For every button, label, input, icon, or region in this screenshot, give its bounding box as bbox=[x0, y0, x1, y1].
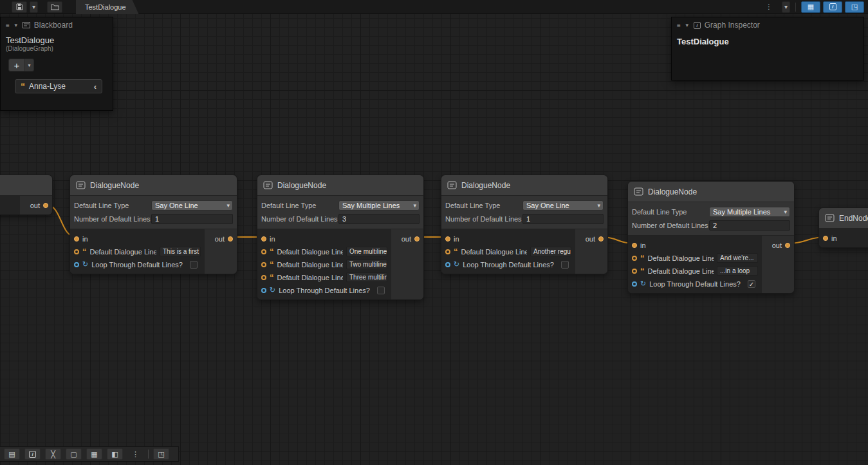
collapse-icon[interactable]: ▼ bbox=[685, 23, 690, 28]
drag-handle-icon[interactable]: ≡ bbox=[677, 22, 681, 29]
chevron-left-icon[interactable]: ‹ bbox=[94, 82, 97, 91]
dialogue-line-port[interactable] bbox=[632, 269, 637, 274]
out-port[interactable] bbox=[598, 236, 604, 242]
loop-port[interactable] bbox=[445, 262, 450, 267]
port-row: “ Default Dialogue Line 2 Two multiline bbox=[261, 259, 387, 270]
end-node[interactable]: EndNode in bbox=[818, 207, 868, 248]
dialogue-line-port[interactable] bbox=[445, 249, 450, 254]
node-output-section: out bbox=[205, 229, 237, 274]
loop-port[interactable] bbox=[261, 288, 266, 293]
blackboard-button[interactable]: ▦ bbox=[86, 448, 102, 460]
out-port[interactable] bbox=[228, 236, 233, 242]
in-port[interactable] bbox=[632, 243, 637, 248]
add-property-caret[interactable]: ▾ bbox=[25, 59, 34, 71]
line-type-dropdown[interactable]: Say One Line bbox=[522, 200, 604, 211]
line-type-dropdown[interactable]: Say Multiple Lines bbox=[338, 200, 420, 211]
dialogue-line-field[interactable]: This is a first bbox=[160, 247, 201, 256]
node-output-section: out bbox=[762, 236, 794, 293]
blackboard-graph-name[interactable]: TestDialogue bbox=[1, 33, 113, 45]
line-type-dropdown[interactable]: Say One Line bbox=[151, 200, 233, 211]
loop-checkbox[interactable] bbox=[561, 261, 569, 269]
port-row: ↻ Loop Through Default Lines? bbox=[445, 259, 571, 270]
dialogue-line-port[interactable] bbox=[261, 249, 266, 254]
node-input-section: kerName bbox=[0, 196, 20, 214]
quote-icon: “ bbox=[640, 268, 645, 274]
dialogue-line-port[interactable] bbox=[261, 262, 266, 267]
node-header[interactable]: Node bbox=[0, 175, 52, 196]
out-port[interactable] bbox=[785, 243, 790, 248]
dialogue-line-field[interactable]: ...in a loop bbox=[717, 266, 758, 276]
loop-label: Loop Through Default Lines? bbox=[279, 287, 370, 294]
dialogue-line-field[interactable]: Another regu bbox=[530, 247, 571, 256]
loop-checkbox[interactable] bbox=[377, 287, 385, 294]
field-value: Another regu bbox=[533, 248, 571, 255]
num-lines-field[interactable]: 1 bbox=[151, 214, 233, 224]
num-lines-field[interactable]: 3 bbox=[338, 214, 420, 224]
graph-canvas[interactable]: Node kerName out DialogueNode Default bbox=[0, 0, 868, 465]
window-button[interactable]: ▢ bbox=[66, 448, 82, 460]
node-header[interactable]: EndNode bbox=[819, 208, 868, 229]
node-input-section: in “ Default Dialogue Line 1 One multili… bbox=[257, 229, 391, 299]
speaker-node[interactable]: Node kerName out bbox=[0, 175, 53, 215]
inspector-toggle-button[interactable]: i bbox=[823, 1, 842, 13]
drag-handle-icon[interactable]: ≡ bbox=[6, 22, 10, 29]
field-value: 1 bbox=[155, 215, 159, 223]
blackboard-property[interactable]: “ Anna-Lyse ‹ bbox=[15, 79, 102, 93]
num-lines-field[interactable]: 1 bbox=[522, 214, 604, 224]
node-header[interactable]: DialogueNode bbox=[441, 175, 607, 196]
dialogue-node[interactable]: DialogueNode Default Line Type Say Multi… bbox=[257, 175, 424, 300]
more-button[interactable]: ⋮ bbox=[127, 448, 143, 460]
loop-checkbox[interactable] bbox=[190, 261, 198, 269]
dialogue-line-field[interactable]: Three multiline bbox=[346, 272, 387, 282]
inspector-button[interactable]: i bbox=[24, 448, 41, 460]
in-port[interactable] bbox=[261, 236, 266, 242]
in-port-label: in bbox=[831, 234, 837, 242]
property-label: Default Line Type bbox=[261, 202, 338, 209]
node-header[interactable]: DialogueNode bbox=[257, 175, 423, 196]
more-options-caret[interactable]: ▾ bbox=[782, 1, 790, 13]
dialogue-node[interactable]: DialogueNode Default Line Type Say One L… bbox=[441, 175, 608, 274]
in-port[interactable] bbox=[823, 236, 828, 241]
in-port-label: in bbox=[454, 235, 459, 243]
in-port[interactable] bbox=[445, 236, 450, 242]
node-header[interactable]: DialogueNode bbox=[628, 182, 794, 202]
dialogue-line-field[interactable]: And we're... bbox=[717, 253, 758, 263]
port-row: “ Default Dialogue Line Another regu bbox=[445, 246, 571, 257]
num-lines-field[interactable]: 2 bbox=[709, 220, 790, 231]
console-button[interactable]: ▤ bbox=[4, 448, 20, 460]
port-row: in bbox=[74, 233, 201, 244]
out-port[interactable] bbox=[414, 236, 420, 242]
dialogue-node[interactable]: DialogueNode Default Line Type Say One L… bbox=[69, 175, 237, 274]
in-port[interactable] bbox=[74, 236, 79, 242]
dialogue-line-port[interactable] bbox=[261, 275, 266, 280]
save-options-caret[interactable]: ▾ bbox=[30, 1, 38, 13]
graph-tab[interactable]: TestDialogue bbox=[76, 0, 139, 14]
dialogue-node[interactable]: DialogueNode Default Line Type Say Multi… bbox=[627, 181, 795, 294]
blackboard-toggle-button[interactable]: ▦ bbox=[801, 1, 820, 13]
tools-button[interactable]: ╳ bbox=[45, 448, 61, 460]
collapse-icon[interactable]: ▼ bbox=[14, 23, 19, 28]
more-options-button[interactable]: ⋮ bbox=[761, 1, 777, 13]
dialogue-line-field[interactable]: Two multiline bbox=[346, 260, 387, 269]
line-type-dropdown[interactable]: Say Multiple Lines bbox=[709, 207, 790, 217]
dialogue-line-port[interactable] bbox=[632, 256, 637, 261]
out-port[interactable] bbox=[43, 203, 48, 208]
graph-tab-label: TestDialogue bbox=[85, 3, 126, 11]
inspector-header[interactable]: ≡ ▼ i Graph Inspector bbox=[672, 17, 863, 33]
blackboard-header[interactable]: ≡ ▼ Blackboard bbox=[1, 17, 113, 33]
minimap-toggle-button[interactable]: ◳ bbox=[845, 1, 864, 13]
save-button[interactable] bbox=[12, 1, 27, 13]
dialogue-toggle-button[interactable]: ◧ bbox=[107, 448, 123, 460]
property-row: Number of Default Lines 2 bbox=[632, 220, 790, 231]
node-properties: Default Line Type Say Multiple Lines Num… bbox=[628, 202, 794, 236]
node-header[interactable]: DialogueNode bbox=[70, 175, 237, 196]
dialogue-line-field[interactable]: One multiline bbox=[346, 247, 387, 256]
port-row: “ Default Dialogue Line 2 ...in a loop bbox=[632, 265, 758, 276]
loop-port[interactable] bbox=[74, 262, 79, 267]
dialogue-line-port[interactable] bbox=[74, 249, 79, 254]
open-folder-button[interactable] bbox=[47, 1, 62, 13]
loop-port[interactable] bbox=[632, 281, 637, 287]
external-window-button[interactable]: ◳ bbox=[153, 448, 169, 460]
loop-checkbox[interactable]: ✓ bbox=[748, 280, 755, 288]
add-property-button[interactable]: + bbox=[8, 59, 25, 71]
